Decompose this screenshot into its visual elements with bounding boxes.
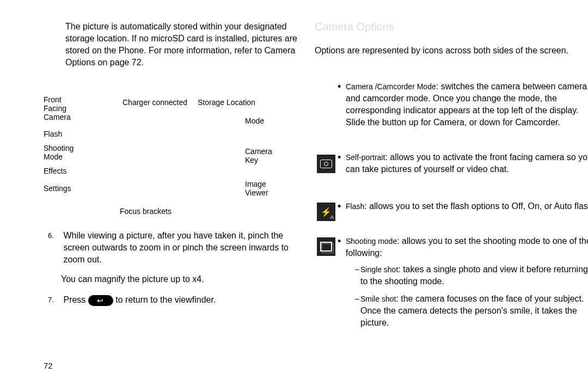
diagram-label-front-camera: Front Facing Camera [44,95,76,121]
step-7-number: 7. [48,294,61,306]
step-7: 7. Press to return to the viewfinder. [48,294,303,306]
diagram-label-effects: Effects [44,167,67,175]
page-number: 72 [44,361,53,370]
option-shooting-mode: Shooting mode: allows you to set the sho… [346,235,588,259]
diagram-label-storage: Storage Location [198,98,255,107]
diagram-label-shooting-mode: Shooting Mode [44,144,87,161]
diagram-label-focus: Focus brackets [120,207,171,216]
step-6: 6. While viewing a picture, after you ha… [48,230,303,266]
bullet-icon: • [338,235,341,247]
diagram-label-settings: Settings [44,184,71,193]
option-camera-mode: Camera /Camcorder Mode: switches the cam… [346,81,588,128]
suboption-single-shot: Single shot: takes a single photo and vi… [360,264,588,287]
bullet-icon: • [338,151,341,163]
suboption-smile-shot: Smile shot: the camera focuses on the fa… [360,293,588,329]
page: The picture is automatically stored with… [0,0,588,392]
step-7-text: Press to return to the viewfinder. [63,294,303,306]
step-6-number: 6. [48,230,61,242]
diagram-label-camera-key: Camera Key [245,147,280,164]
bullet-icon: • [338,81,341,93]
diagram-label-mode: Mode [245,117,264,125]
option-self-portrait: Self-portrait: allows you to activate th… [346,151,588,175]
step-6-text: While viewing a picture, after you have … [63,230,303,266]
self-portrait-icon [317,155,335,173]
diagram-label-charger: Charger connected [122,98,187,107]
right-intro-paragraph: Options are represented by icons across … [315,45,587,57]
shooting-mode-icon [317,237,335,256]
section-title-camera-options: Camera Options [315,21,394,33]
diagram-label-flash: Flash [44,130,62,138]
back-icon [88,295,113,306]
flash-icon: A [317,203,335,221]
dash-icon: – [355,294,359,303]
bullet-icon: • [338,200,341,212]
diagram-label-image-viewer: Image Viewer [245,180,278,197]
dash-icon: – [355,265,359,273]
option-flash: Flash: allows you to set the flash optio… [346,200,588,212]
left-intro-paragraph: The picture is automatically stored with… [65,21,305,69]
step-6-subtext: You can magnify the picture up to x4. [61,273,301,285]
